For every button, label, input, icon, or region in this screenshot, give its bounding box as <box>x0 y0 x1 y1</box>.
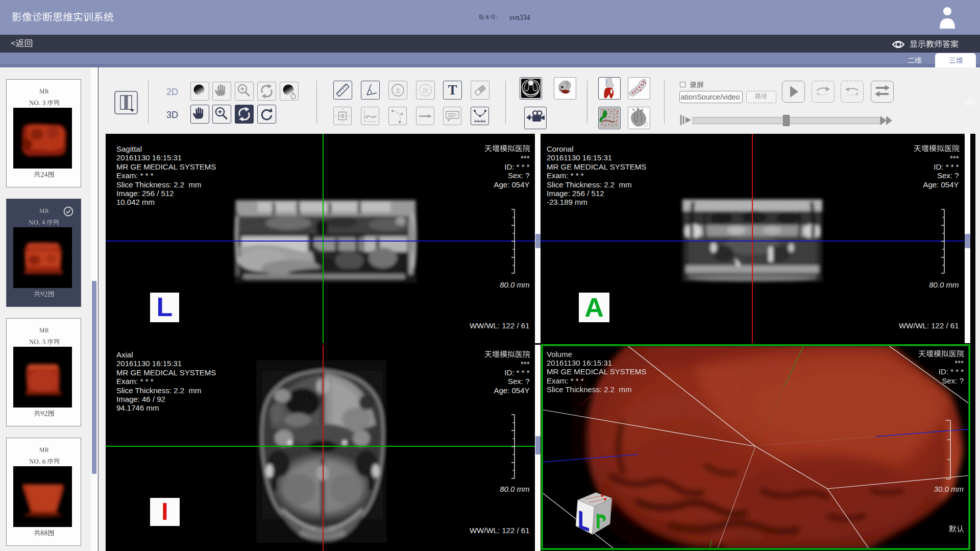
svg-text:D: D <box>644 121 649 128</box>
svg-text:T: T <box>448 82 457 98</box>
